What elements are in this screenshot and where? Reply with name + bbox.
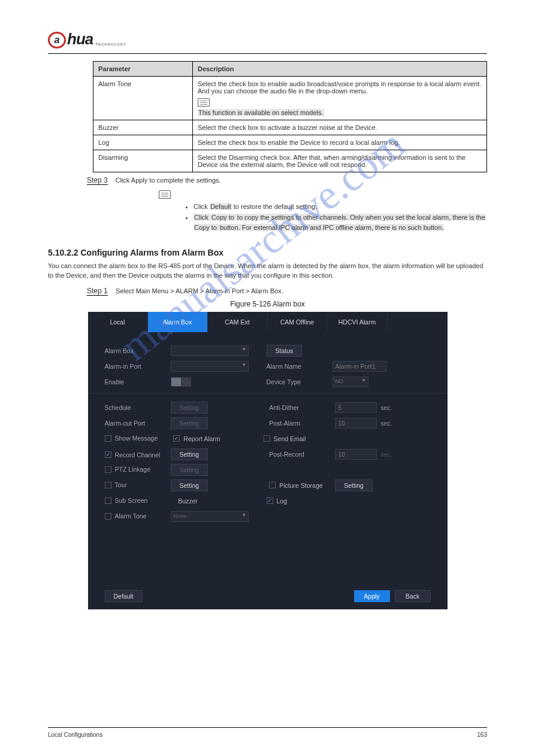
label-post-alarm: Post-Alarm	[269, 420, 335, 427]
label-alarm-tone: Alarm Tone	[115, 512, 147, 520]
desc-line: Select the Disarming check box. After th…	[198, 154, 482, 168]
section-number: 5.10.2.2	[48, 248, 78, 257]
label-buzzer: Buzzer	[171, 497, 205, 505]
note-highlight: Copy to	[194, 224, 217, 231]
label-alarm-out-port: Alarm-out Port	[105, 420, 171, 427]
label-record-channel: Record Channel	[115, 451, 161, 459]
show-message-checkbox[interactable]	[105, 435, 111, 442]
tour-setting-button[interactable]: Setting	[171, 479, 208, 491]
alarm-in-port-dropdown[interactable]	[171, 361, 249, 372]
note-text: to copy the settings to other channels. …	[235, 214, 486, 221]
alarm-box-dropdown[interactable]	[171, 345, 249, 356]
picture-storage-setting-button[interactable]: Setting	[335, 479, 373, 491]
label-picture-storage: Picture Storage	[279, 482, 322, 489]
desc-cell-alarm-tone: Select the check box to enable audio bro…	[193, 77, 487, 120]
sub-screen-checkbox[interactable]	[105, 497, 111, 504]
back-button[interactable]: Back	[395, 590, 431, 602]
report-alarm-checkbox[interactable]: ✓	[173, 435, 180, 442]
step-1-text: Select Main Menu > ALARM > Alarm-in Port…	[116, 287, 283, 294]
parameter-table: Parameter Description Alarm Tone Select …	[93, 61, 487, 172]
table-header-parameter: Parameter	[93, 62, 193, 77]
note-list-item: Click Default to restore the default set…	[194, 202, 487, 212]
tab-cam-ext[interactable]: CAM Ext	[208, 312, 268, 332]
label-log: Log	[277, 497, 288, 505]
footer-left: Local Configurations	[48, 731, 102, 738]
step-3-text: Click Apply to complete the settings.	[116, 177, 221, 184]
brand-logo: a hua TECHNOLOGY	[48, 30, 487, 48]
logo-mark-icon: a	[48, 32, 66, 48]
label-ptz-linkage: PTZ Linkage	[115, 466, 151, 473]
form-divider	[88, 393, 448, 394]
unit-sec: sec.	[380, 420, 392, 427]
tab-local[interactable]: Local	[88, 312, 148, 332]
note-text: button. For external IPC alarm and IPC o…	[217, 224, 444, 231]
anti-dither-field[interactable]: 5	[335, 402, 377, 413]
unit-sec: sec.	[380, 451, 392, 458]
section-title: Configuring Alarms from Alarm Box	[78, 248, 223, 257]
picture-storage-checkbox[interactable]	[269, 482, 276, 488]
logo-text: hua	[67, 30, 93, 48]
logo-subtext: TECHNOLOGY	[95, 42, 126, 46]
label-report-alarm: Report Alarm	[183, 435, 220, 442]
label-anti-dither: Anti-Dither	[269, 404, 335, 411]
send-email-checkbox[interactable]	[264, 435, 270, 442]
note-icon	[159, 190, 171, 199]
body-text: You can connect the alarm box to the RS-…	[48, 261, 487, 281]
label-show-message: Show Message	[115, 435, 158, 442]
post-alarm-field[interactable]: 10	[335, 418, 377, 429]
tab-alarm-box[interactable]: Alarm Box	[148, 312, 208, 332]
alarm-box-panel: Local Alarm Box CAM Ext CAM Offline HDCV…	[88, 312, 448, 609]
section-heading: 5.10.2.2 Configuring Alarms from Alarm B…	[48, 248, 487, 257]
figure-caption: Figure 5-126 Alarm box	[48, 300, 487, 308]
table-row: Log Select the check box to enable the D…	[93, 135, 487, 150]
device-type-value: NO	[333, 378, 344, 384]
step-3-text	[110, 177, 113, 184]
table-row: Buzzer Select the check box to activate …	[93, 120, 487, 135]
tab-hdcvi-alarm[interactable]: HDCVI Alarm	[328, 312, 388, 332]
ptz-linkage-checkbox[interactable]	[105, 466, 111, 473]
header-divider	[48, 53, 487, 54]
note-text: Click	[194, 214, 211, 221]
tab-cam-offline[interactable]: CAM Offline	[268, 312, 328, 332]
post-record-field[interactable]: 10	[335, 449, 377, 460]
record-channel-checkbox[interactable]: ✓	[105, 451, 111, 458]
footer-page-number: 163	[477, 731, 487, 738]
label-tour: Tour	[115, 481, 127, 488]
note-icon	[198, 98, 210, 107]
note-list-item: Click Copy to to copy the settings to ot…	[194, 212, 487, 233]
note-highlight: Copy to	[211, 214, 235, 221]
param-cell-log: Log	[93, 135, 193, 150]
ptz-setting-button[interactable]: Setting	[171, 464, 208, 476]
desc-cell-log: Select the check box to enable the Devic…	[193, 135, 487, 150]
label-enable: Enable	[105, 378, 171, 385]
label-alarm-name: Alarm Name	[267, 363, 333, 370]
log-checkbox[interactable]: ✓	[267, 497, 273, 504]
alarm-out-setting-button[interactable]: Setting	[171, 417, 208, 429]
device-type-dropdown[interactable]: NO	[333, 377, 368, 387]
alarm-tone-dropdown[interactable]: None	[171, 511, 249, 522]
param-cell-alarm-tone: Alarm Tone	[93, 77, 193, 120]
desc-line: Select the check box to enable audio bro…	[198, 80, 482, 95]
desc-note-highlight: This function is available on select mod…	[198, 109, 324, 116]
note-text: to restore the default setting.	[232, 203, 317, 210]
tour-checkbox[interactable]	[105, 482, 111, 488]
tab-bar: Local Alarm Box CAM Ext CAM Offline HDCV…	[88, 312, 448, 332]
apply-button[interactable]: Apply	[354, 590, 390, 602]
alarm-tone-value: None	[171, 513, 187, 519]
enable-toggle[interactable]	[171, 377, 191, 387]
alarm-name-field[interactable]: Alarm-in Port1	[333, 361, 386, 372]
schedule-setting-button[interactable]: Setting	[171, 402, 208, 414]
desc-cell-disarming: Select the Disarming check box. After th…	[193, 150, 487, 172]
default-button[interactable]: Default	[105, 590, 143, 602]
record-channel-setting-button[interactable]: Setting	[171, 448, 208, 460]
status-button[interactable]: Status	[267, 345, 303, 357]
note-text: Click	[194, 203, 210, 210]
step-3-label: Step 3	[87, 176, 108, 185]
step-1-label: Step 1	[87, 287, 108, 296]
table-row: Disarming Select the Disarming check box…	[93, 150, 487, 172]
label-send-email: Send Email	[274, 435, 306, 442]
alarm-tone-checkbox[interactable]	[105, 513, 111, 520]
param-cell-disarming: Disarming	[93, 150, 193, 172]
label-device-type: Device Type	[267, 378, 333, 385]
label-alarm-in-port: Alarm-in Port	[105, 363, 171, 370]
